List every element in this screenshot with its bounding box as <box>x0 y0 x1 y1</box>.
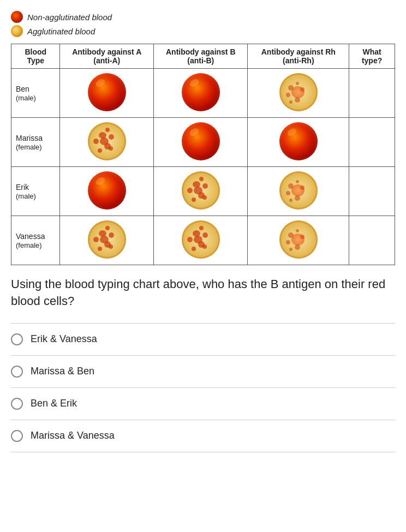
option-item-3[interactable]: Ben & Erik <box>11 387 395 420</box>
non-agg-label: Non-agglutinated blood <box>27 13 112 22</box>
table-row: Marissa(female) <box>11 118 395 167</box>
col-anti-rh: Antibody against Rh (anti-Rh) <box>248 44 349 69</box>
option-item-1[interactable]: Erik & Vanessa <box>11 323 395 355</box>
radio-opt1[interactable] <box>11 333 23 345</box>
anti-b-result <box>154 118 248 167</box>
option-item-2[interactable]: Marissa & Ben <box>11 355 395 387</box>
anti-a-result <box>60 69 154 118</box>
col-anti-a: Antibody against A (anti-A) <box>60 44 154 69</box>
what-type-answer <box>349 167 395 216</box>
anti-rh-result <box>248 118 349 167</box>
agg-icon <box>11 25 23 37</box>
table-row: Erik(male) <box>11 167 395 216</box>
what-type-answer <box>349 69 395 118</box>
anti-a-result <box>60 216 154 265</box>
person-name: Marissa(female) <box>11 118 60 167</box>
radio-opt3[interactable] <box>11 398 23 410</box>
anti-a-result <box>60 167 154 216</box>
question-text: Using the blood typing chart above, who … <box>11 276 395 310</box>
legend: Non-agglutinated blood Agglutinated bloo… <box>11 11 395 37</box>
anti-a-result <box>60 118 154 167</box>
anti-b-result <box>154 216 248 265</box>
table-row: Ben(male) <box>11 69 395 118</box>
non-agg-icon <box>11 11 23 23</box>
person-name: Vanessa(female) <box>11 216 60 265</box>
person-name: Ben(male) <box>11 69 60 118</box>
person-name: Erik(male) <box>11 167 60 216</box>
col-blood-type: Blood Type <box>11 44 60 69</box>
agg-label: Agglutinated blood <box>27 27 95 36</box>
what-type-answer <box>349 216 395 265</box>
anti-b-result <box>154 69 248 118</box>
what-type-answer <box>349 118 395 167</box>
table-row: Vanessa(female) <box>11 216 395 265</box>
option-label-1: Erik & Vanessa <box>31 333 97 345</box>
option-label-2: Marissa & Ben <box>31 366 94 377</box>
option-label-3: Ben & Erik <box>31 398 77 409</box>
col-what-type: What type? <box>349 44 395 69</box>
blood-type-table: Blood Type Antibody against A (anti-A) A… <box>11 44 395 265</box>
anti-rh-result <box>248 69 349 118</box>
options-list: Erik & VanessaMarissa & BenBen & ErikMar… <box>11 323 395 452</box>
anti-b-result <box>154 167 248 216</box>
anti-rh-result <box>248 216 349 265</box>
legend-agg: Agglutinated blood <box>11 25 395 37</box>
legend-non-agg: Non-agglutinated blood <box>11 11 395 23</box>
radio-opt2[interactable] <box>11 366 23 378</box>
table-header-row: Blood Type Antibody against A (anti-A) A… <box>11 44 395 69</box>
anti-rh-result <box>248 167 349 216</box>
option-label-4: Marissa & Vanessa <box>31 430 115 441</box>
col-anti-b: Antibody against B (anti-B) <box>154 44 248 69</box>
option-item-4[interactable]: Marissa & Vanessa <box>11 420 395 452</box>
radio-opt4[interactable] <box>11 430 23 442</box>
